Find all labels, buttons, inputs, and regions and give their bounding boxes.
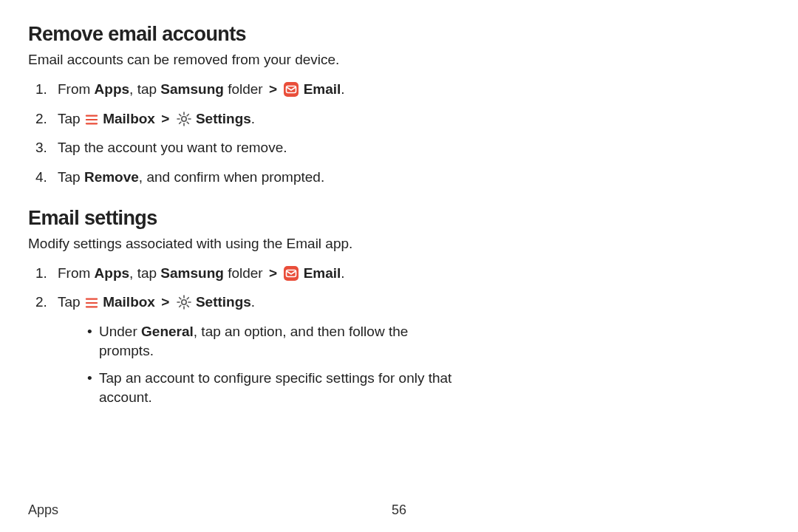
step-remove-2: Tap Mailbox > bbox=[28, 109, 770, 129]
steps-settings: From Apps, tap Samsung folder > Email. T… bbox=[28, 264, 770, 407]
chevron-right-icon: > bbox=[267, 81, 279, 97]
svg-line-26 bbox=[179, 306, 180, 307]
svg-line-13 bbox=[187, 122, 188, 123]
svg-line-27 bbox=[187, 306, 188, 307]
step-remove-3: Tap the account you want to remove. bbox=[28, 138, 770, 157]
text: folder bbox=[224, 81, 267, 97]
manual-page: Remove email accounts Email accounts can… bbox=[0, 0, 798, 532]
text: , and confirm when prompted. bbox=[139, 169, 324, 185]
footer-page-number: 56 bbox=[392, 501, 406, 519]
footer-section-label: Apps bbox=[28, 501, 58, 519]
heading-email-settings: Email settings bbox=[28, 205, 770, 231]
settings-gear-icon bbox=[176, 294, 192, 310]
page-footer: Apps 56 bbox=[28, 501, 770, 519]
text: Under bbox=[99, 324, 141, 339]
text: . bbox=[251, 111, 255, 126]
apps-label: Apps bbox=[95, 81, 130, 97]
email-icon bbox=[283, 265, 299, 282]
mailbox-icon bbox=[84, 295, 99, 308]
mailbox-icon bbox=[84, 112, 99, 125]
heading-remove-email-accounts: Remove email accounts bbox=[28, 21, 770, 47]
text: Tap bbox=[58, 169, 84, 185]
step-remove-4: Tap Remove, and confirm when prompted. bbox=[28, 168, 770, 187]
substep-account: Tap an account to configure specific set… bbox=[58, 369, 454, 406]
remove-label: Remove bbox=[84, 169, 139, 185]
step-settings-2: Tap Mailbox > bbox=[28, 293, 770, 406]
settings-label: Settings bbox=[192, 111, 251, 126]
intro-settings: Modify settings associated with using th… bbox=[28, 234, 770, 253]
step-remove-1: From Apps, tap Samsung folder > Email. bbox=[28, 80, 770, 99]
intro-remove: Email accounts can be removed from your … bbox=[28, 50, 770, 69]
text: . bbox=[341, 81, 344, 97]
settings-gear-icon bbox=[176, 111, 192, 127]
apps-label: Apps bbox=[95, 265, 130, 281]
email-label: Email bbox=[299, 81, 341, 97]
email-label: Email bbox=[299, 265, 341, 281]
svg-line-12 bbox=[179, 122, 180, 123]
email-icon bbox=[283, 81, 299, 98]
general-label: General bbox=[141, 324, 194, 339]
steps-remove: From Apps, tap Samsung folder > Email. T… bbox=[28, 80, 770, 187]
chevron-right-icon: > bbox=[267, 265, 279, 281]
text: Tap bbox=[58, 294, 84, 310]
text: . bbox=[341, 265, 344, 281]
samsung-label: Samsung bbox=[160, 265, 224, 281]
samsung-label: Samsung bbox=[160, 81, 224, 97]
text: , tap bbox=[129, 81, 160, 97]
mailbox-label: Mailbox bbox=[99, 111, 159, 126]
chevron-right-icon: > bbox=[159, 294, 171, 310]
text: From bbox=[58, 81, 95, 97]
mailbox-label: Mailbox bbox=[99, 294, 159, 310]
svg-line-24 bbox=[179, 298, 180, 299]
settings-label: Settings bbox=[192, 294, 251, 310]
svg-line-10 bbox=[179, 114, 180, 115]
substeps-settings: Under General, tap an option, and then f… bbox=[58, 322, 770, 407]
step-settings-1: From Apps, tap Samsung folder > Email. bbox=[28, 264, 770, 283]
svg-line-11 bbox=[187, 114, 188, 115]
chevron-right-icon: > bbox=[159, 111, 171, 126]
text: . bbox=[251, 294, 255, 310]
svg-line-25 bbox=[187, 298, 188, 299]
svg-point-5 bbox=[181, 117, 185, 121]
text: folder bbox=[224, 265, 267, 281]
substep-general: Under General, tap an option, and then f… bbox=[58, 322, 454, 360]
text: , tap bbox=[129, 265, 160, 281]
svg-point-19 bbox=[181, 300, 185, 304]
text: Tap bbox=[58, 111, 84, 126]
text: From bbox=[58, 265, 95, 281]
